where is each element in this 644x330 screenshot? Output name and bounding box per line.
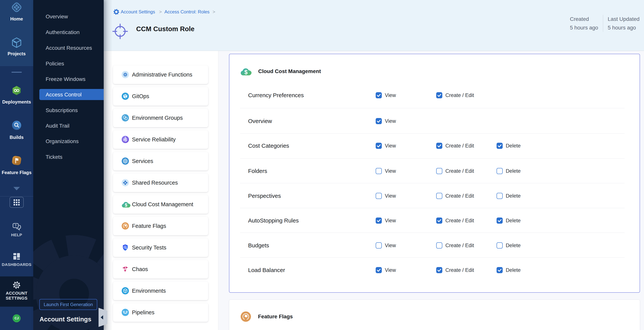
svg-text:$: $: [244, 69, 248, 75]
svg-text:$: $: [125, 203, 128, 208]
svg-text:?: ?: [15, 224, 16, 227]
